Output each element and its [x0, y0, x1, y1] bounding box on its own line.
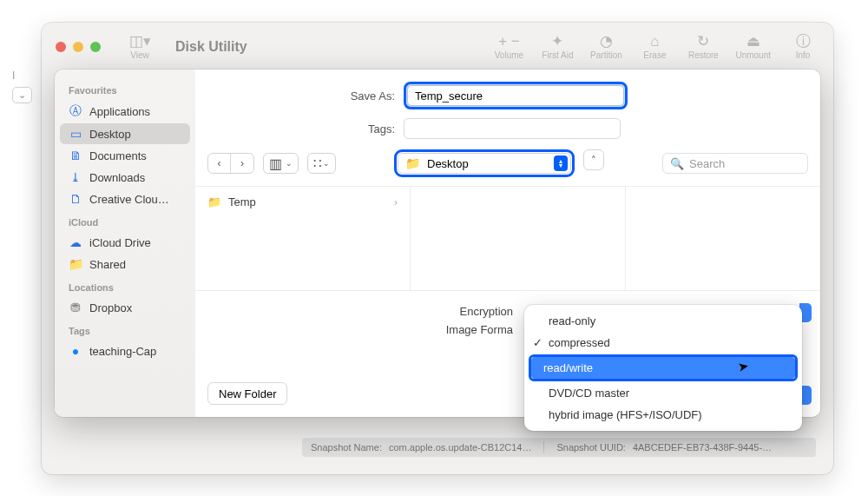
back-forward-buttons[interactable]: ‹ ›	[207, 153, 254, 174]
view-toolbar-button[interactable]: ◫▾ View	[123, 34, 156, 60]
folder-icon: 📁	[207, 195, 221, 208]
browser-column-2[interactable]	[411, 187, 626, 290]
browser-item-temp[interactable]: 📁 Temp ›	[201, 192, 404, 212]
location-popup-button[interactable]: 📁 Desktop ▴▾	[398, 153, 571, 174]
location-highlight: 📁 Desktop ▴▾	[394, 149, 575, 177]
close-window-icon[interactable]	[56, 42, 66, 52]
sidebar-item-icloud-drive[interactable]: ☁iCloud Drive	[60, 232, 190, 253]
volume-toolbar-button: + −Volume	[492, 34, 525, 60]
menu-item-hybrid-image[interactable]: hybrid image (HFS+/ISO/UDF)	[524, 404, 802, 426]
sidebar-item-shared[interactable]: 📁Shared	[60, 254, 190, 274]
chevron-button: ⌄	[12, 87, 32, 103]
first-aid-toolbar-button: ✦First Aid	[541, 34, 574, 60]
search-icon: 🔍	[670, 157, 684, 170]
view-label: View	[130, 50, 149, 60]
creative-cloud-icon: 🗋	[69, 192, 82, 206]
image-format-label: Image Forma	[195, 323, 518, 336]
menu-item-compressed[interactable]: ✓compressed	[524, 332, 802, 354]
view-mode-button[interactable]: ▥⌄	[263, 153, 299, 174]
collapse-button[interactable]: ˄	[583, 149, 604, 170]
plus-minus-icon: + −	[498, 34, 520, 49]
eject-icon: ⏏	[746, 34, 760, 49]
applications-icon: Ⓐ	[69, 103, 82, 119]
snapshot-uuid-value: 4ABCEDEF-EB73-438F-9445-…	[633, 442, 772, 453]
cloud-icon: ☁	[69, 235, 82, 249]
info-icon: ⓘ	[796, 34, 811, 49]
sidebar-item-desktop[interactable]: ▭Desktop	[60, 123, 190, 144]
browser-item-label: Temp	[228, 195, 256, 208]
browser-column-1[interactable]: 📁 Temp ›	[195, 187, 411, 290]
shared-folder-icon: 📁	[69, 257, 82, 271]
sidebar-item-downloads[interactable]: ⤓Downloads	[60, 167, 190, 188]
encryption-label: Encryption	[195, 305, 518, 318]
check-icon: ✓	[533, 336, 542, 349]
chevron-right-icon: ›	[394, 196, 398, 208]
dropbox-icon: ⛃	[69, 301, 82, 314]
sidebar-icon: ◫▾	[129, 34, 151, 49]
menu-item-read-only[interactable]: read-only	[524, 310, 802, 332]
columns-icon: ▥	[269, 155, 282, 172]
forward-button[interactable]: ›	[231, 154, 253, 173]
snapshot-name-value: com.apple.os.update-CB12C14…	[389, 442, 531, 453]
info-toolbar-button: ⓘInfo	[786, 34, 819, 60]
downloads-icon: ⤓	[69, 170, 82, 184]
menu-item-highlight: read/write	[529, 354, 798, 381]
save-as-highlight	[404, 82, 628, 109]
sidebar-item-tag-teaching[interactable]: ●teaching-Cap	[60, 341, 190, 361]
erase-icon: ⌂	[650, 34, 659, 49]
search-field[interactable]: 🔍 Search	[662, 153, 808, 174]
save-as-input[interactable]	[407, 85, 624, 106]
snapshot-name-label: Snapshot Name:	[311, 442, 382, 453]
favourites-heading: Favourites	[55, 78, 195, 99]
snapshot-info-bar: Snapshot Name: com.apple.os.update-CB12C…	[302, 438, 816, 457]
pie-icon: ◔	[600, 34, 613, 49]
finder-sidebar: Favourites ⒶApplications ▭Desktop 🗎Docum…	[55, 69, 195, 417]
menu-item-read-write[interactable]: read/write	[531, 357, 795, 379]
navigation-row: ‹ › ▥⌄ ∷⌄ 📁 Desktop ▴▾ ˄ 🔍 Searc	[195, 139, 820, 187]
erase-toolbar-button: ⌂Erase	[638, 34, 671, 60]
image-format-menu[interactable]: read-only ✓compressed read/write DVD/CD …	[524, 305, 802, 431]
sidebar-item-applications[interactable]: ⒶApplications	[60, 100, 190, 122]
documents-icon: 🗎	[69, 149, 82, 162]
back-button[interactable]: ‹	[208, 154, 231, 173]
new-folder-button[interactable]: New Folder	[207, 382, 287, 405]
icloud-heading: iCloud	[55, 210, 195, 231]
folder-icon: 📁	[405, 156, 420, 170]
locations-heading: Locations	[55, 275, 195, 296]
desktop-icon: ▭	[69, 127, 82, 141]
restore-icon: ↻	[697, 34, 709, 49]
save-as-label: Save As:	[195, 89, 404, 103]
sidebar-item-dropbox[interactable]: ⛃Dropbox	[60, 297, 190, 318]
column-browser[interactable]: 📁 Temp ›	[195, 187, 820, 291]
snapshot-uuid-label: Snapshot UUID:	[556, 442, 625, 453]
group-by-button[interactable]: ∷⌄	[307, 153, 336, 174]
background-sidebar-sliver: I ⌄	[0, 69, 42, 113]
tag-dot-icon: ●	[69, 344, 82, 358]
search-placeholder: Search	[689, 157, 725, 170]
tags-input[interactable]	[404, 118, 621, 139]
sidebar-item-documents[interactable]: 🗎Documents	[60, 145, 190, 166]
tags-label: Tags:	[195, 122, 404, 136]
zoom-window-icon[interactable]	[90, 42, 101, 52]
sidebar-item-creative-cloud[interactable]: 🗋Creative Clou…	[60, 188, 190, 209]
minimize-window-icon[interactable]	[73, 42, 83, 52]
tags-heading: Tags	[55, 319, 195, 340]
menu-item-dvd-cd-master[interactable]: DVD/CD master	[524, 382, 802, 404]
location-label: Desktop	[427, 157, 469, 170]
unmount-toolbar-button: ⏏Unmount	[735, 34, 771, 60]
window-title: Disk Utility	[175, 39, 247, 55]
traffic-lights[interactable]	[56, 42, 101, 52]
updown-icon: ▴▾	[554, 155, 568, 171]
toolbar: ◫▾ View Disk Utility + −Volume ✦First Ai…	[42, 23, 833, 71]
partition-toolbar-button: ◔Partition	[589, 34, 622, 60]
restore-toolbar-button: ↻Restore	[687, 34, 720, 60]
stethoscope-icon: ✦	[551, 34, 563, 49]
